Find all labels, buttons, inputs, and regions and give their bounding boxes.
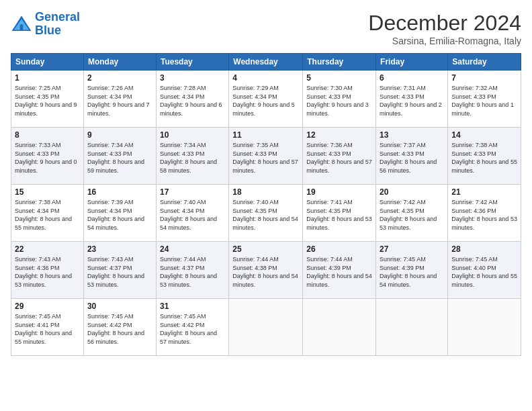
cell-content: Sunrise: 7:42 AMSunset: 4:35 PMDaylight:… <box>380 198 444 232</box>
logo: General Blue <box>11 11 80 38</box>
day-number: 26 <box>306 244 372 254</box>
calendar-cell: 12 Sunrise: 7:36 AMSunset: 4:33 PMDaylig… <box>303 128 376 185</box>
day-number: 13 <box>380 130 444 140</box>
weekday-friday: Friday <box>376 54 448 71</box>
calendar-cell: 28 Sunrise: 7:45 AMSunset: 4:40 PMDaylig… <box>448 242 521 299</box>
calendar-week-4: 22 Sunrise: 7:43 AMSunset: 4:36 PMDaylig… <box>11 242 521 299</box>
calendar-cell: 11 Sunrise: 7:35 AMSunset: 4:33 PMDaylig… <box>229 128 303 185</box>
cell-content: Sunrise: 7:44 AMSunset: 4:38 PMDaylight:… <box>232 255 299 289</box>
cell-content: Sunrise: 7:44 AMSunset: 4:37 PMDaylight:… <box>160 255 225 289</box>
calendar-cell: 6 Sunrise: 7:31 AMSunset: 4:33 PMDayligh… <box>376 71 448 128</box>
day-number: 1 <box>15 73 80 83</box>
cell-content: Sunrise: 7:31 AMSunset: 4:33 PMDaylight:… <box>380 84 444 118</box>
calendar-cell: 19 Sunrise: 7:41 AMSunset: 4:35 PMDaylig… <box>303 185 376 242</box>
day-number: 24 <box>160 244 225 254</box>
calendar-cell: 21 Sunrise: 7:42 AMSunset: 4:36 PMDaylig… <box>448 185 521 242</box>
cell-content: Sunrise: 7:45 AMSunset: 4:42 PMDaylight:… <box>87 312 152 346</box>
day-number: 7 <box>451 73 517 83</box>
calendar-cell: 3 Sunrise: 7:28 AMSunset: 4:34 PMDayligh… <box>156 71 228 128</box>
calendar-cell: 2 Sunrise: 7:26 AMSunset: 4:34 PMDayligh… <box>83 71 156 128</box>
logo-line1: General <box>35 10 80 24</box>
cell-content: Sunrise: 7:45 AMSunset: 4:42 PMDaylight:… <box>160 312 225 346</box>
calendar-cell: 5 Sunrise: 7:30 AMSunset: 4:33 PMDayligh… <box>303 71 376 128</box>
day-number: 2 <box>87 73 152 83</box>
calendar-cell: 15 Sunrise: 7:38 AMSunset: 4:34 PMDaylig… <box>11 185 84 242</box>
cell-content: Sunrise: 7:38 AMSunset: 4:34 PMDaylight:… <box>15 198 80 232</box>
calendar-week-3: 15 Sunrise: 7:38 AMSunset: 4:34 PMDaylig… <box>11 185 521 242</box>
day-number: 23 <box>87 244 152 254</box>
day-number: 29 <box>15 302 80 311</box>
day-number: 18 <box>232 187 299 197</box>
calendar-week-1: 1 Sunrise: 7:25 AMSunset: 4:35 PMDayligh… <box>11 71 521 128</box>
day-number: 6 <box>380 73 444 83</box>
cell-content: Sunrise: 7:45 AMSunset: 4:41 PMDaylight:… <box>15 312 80 346</box>
calendar-cell <box>303 299 376 356</box>
day-number: 31 <box>160 302 225 311</box>
cell-content: Sunrise: 7:29 AMSunset: 4:34 PMDaylight:… <box>232 84 299 118</box>
calendar-cell: 18 Sunrise: 7:40 AMSunset: 4:35 PMDaylig… <box>229 185 303 242</box>
day-number: 9 <box>87 130 152 140</box>
cell-content: Sunrise: 7:43 AMSunset: 4:36 PMDaylight:… <box>15 255 80 289</box>
day-number: 27 <box>380 244 444 254</box>
cell-content: Sunrise: 7:40 AMSunset: 4:34 PMDaylight:… <box>160 198 225 232</box>
calendar-cell: 23 Sunrise: 7:43 AMSunset: 4:37 PMDaylig… <box>83 242 156 299</box>
weekday-tuesday: Tuesday <box>156 54 228 71</box>
day-number: 20 <box>380 187 444 197</box>
day-number: 15 <box>15 187 80 197</box>
weekday-thursday: Thursday <box>303 54 376 71</box>
calendar-cell: 30 Sunrise: 7:45 AMSunset: 4:42 PMDaylig… <box>83 299 156 356</box>
title-section: December 2024 Sarsina, Emilia-Romagna, I… <box>368 11 521 46</box>
weekday-saturday: Saturday <box>448 54 521 71</box>
cell-content: Sunrise: 7:39 AMSunset: 4:34 PMDaylight:… <box>87 198 152 232</box>
calendar-cell: 26 Sunrise: 7:44 AMSunset: 4:39 PMDaylig… <box>303 242 376 299</box>
calendar-cell: 25 Sunrise: 7:44 AMSunset: 4:38 PMDaylig… <box>229 242 303 299</box>
logo-text: General Blue <box>35 11 80 38</box>
calendar-cell: 17 Sunrise: 7:40 AMSunset: 4:34 PMDaylig… <box>156 185 228 242</box>
cell-content: Sunrise: 7:41 AMSunset: 4:35 PMDaylight:… <box>306 198 372 232</box>
calendar-cell: 29 Sunrise: 7:45 AMSunset: 4:41 PMDaylig… <box>11 299 84 356</box>
cell-content: Sunrise: 7:28 AMSunset: 4:34 PMDaylight:… <box>160 84 225 118</box>
weekday-header-row: SundayMondayTuesdayWednesdayThursdayFrid… <box>11 54 521 71</box>
cell-content: Sunrise: 7:40 AMSunset: 4:35 PMDaylight:… <box>232 198 299 232</box>
calendar-cell: 16 Sunrise: 7:39 AMSunset: 4:34 PMDaylig… <box>83 185 156 242</box>
cell-content: Sunrise: 7:35 AMSunset: 4:33 PMDaylight:… <box>232 141 299 175</box>
weekday-monday: Monday <box>83 54 156 71</box>
logo-line2: Blue <box>35 24 61 37</box>
calendar-cell: 22 Sunrise: 7:43 AMSunset: 4:36 PMDaylig… <box>11 242 84 299</box>
day-number: 8 <box>15 130 80 140</box>
cell-content: Sunrise: 7:45 AMSunset: 4:40 PMDaylight:… <box>451 255 517 289</box>
day-number: 16 <box>87 187 152 197</box>
day-number: 30 <box>87 302 152 311</box>
cell-content: Sunrise: 7:34 AMSunset: 4:33 PMDaylight:… <box>87 141 152 175</box>
weekday-wednesday: Wednesday <box>229 54 303 71</box>
cell-content: Sunrise: 7:30 AMSunset: 4:33 PMDaylight:… <box>306 84 372 118</box>
calendar-cell <box>229 299 303 356</box>
calendar-cell: 9 Sunrise: 7:34 AMSunset: 4:33 PMDayligh… <box>83 128 156 185</box>
svg-rect-2 <box>20 24 24 31</box>
day-number: 17 <box>160 187 225 197</box>
cell-content: Sunrise: 7:26 AMSunset: 4:34 PMDaylight:… <box>87 84 152 118</box>
day-number: 19 <box>306 187 372 197</box>
calendar-cell: 27 Sunrise: 7:45 AMSunset: 4:39 PMDaylig… <box>376 242 448 299</box>
calendar-cell: 10 Sunrise: 7:34 AMSunset: 4:33 PMDaylig… <box>156 128 228 185</box>
cell-content: Sunrise: 7:43 AMSunset: 4:37 PMDaylight:… <box>87 255 152 289</box>
day-number: 5 <box>306 73 372 83</box>
cell-content: Sunrise: 7:25 AMSunset: 4:35 PMDaylight:… <box>15 84 80 118</box>
day-number: 14 <box>451 130 517 140</box>
month-title: December 2024 <box>368 11 521 36</box>
day-number: 3 <box>160 73 225 83</box>
calendar-cell: 13 Sunrise: 7:37 AMSunset: 4:33 PMDaylig… <box>376 128 448 185</box>
day-number: 12 <box>306 130 372 140</box>
logo-icon <box>11 15 32 34</box>
day-number: 22 <box>15 244 80 254</box>
cell-content: Sunrise: 7:33 AMSunset: 4:33 PMDaylight:… <box>15 141 80 175</box>
day-number: 21 <box>451 187 517 197</box>
cell-content: Sunrise: 7:45 AMSunset: 4:39 PMDaylight:… <box>380 255 444 289</box>
day-number: 10 <box>160 130 225 140</box>
header: General Blue December 2024 Sarsina, Emil… <box>11 11 521 46</box>
weekday-sunday: Sunday <box>11 54 84 71</box>
calendar-cell <box>376 299 448 356</box>
calendar: SundayMondayTuesdayWednesdayThursdayFrid… <box>11 53 521 356</box>
calendar-cell: 8 Sunrise: 7:33 AMSunset: 4:33 PMDayligh… <box>11 128 84 185</box>
calendar-cell <box>448 299 521 356</box>
